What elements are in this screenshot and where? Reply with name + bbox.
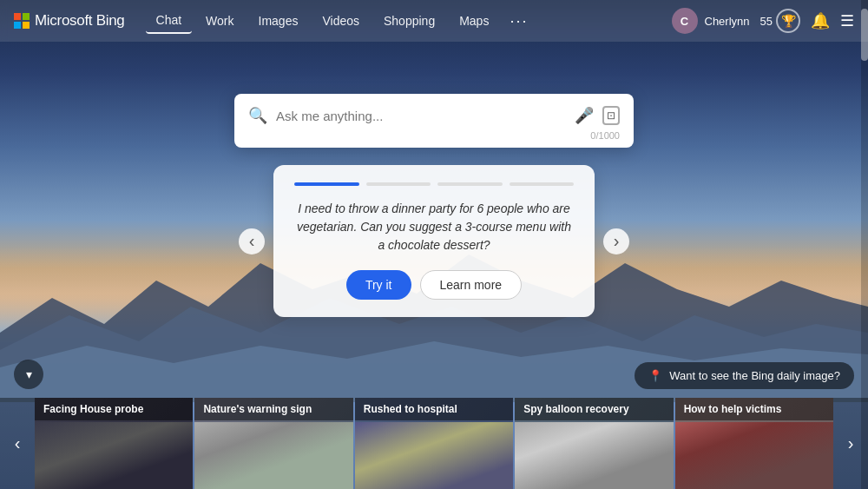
- news-card-3[interactable]: Rushed to hospital: [355, 398, 513, 489]
- news-cards: Facing House probe Nature's warning sign…: [35, 398, 833, 489]
- daily-image-banner[interactable]: 📍 Want to see the Bing daily image?: [635, 362, 854, 389]
- dot-1: [294, 182, 359, 186]
- news-prev-arrow[interactable]: ‹: [0, 398, 35, 489]
- dot-2: [366, 182, 431, 186]
- dot-4: [510, 182, 575, 186]
- scrollbar[interactable]: [861, 0, 868, 489]
- suggestion-text: I need to throw a dinner party for 6 peo…: [294, 200, 574, 254]
- search-input[interactable]: [276, 109, 566, 123]
- search-box: 🔍 🎤 ⊡ 0/1000: [234, 94, 634, 148]
- scrollbar-thumb[interactable]: [861, 9, 868, 61]
- suggestion-prev-arrow[interactable]: ‹: [239, 228, 265, 254]
- news-card-img-2: [194, 422, 352, 489]
- search-icon: 🔍: [248, 106, 267, 125]
- nav-maps[interactable]: Maps: [449, 9, 499, 33]
- search-container: 🔍 🎤 ⊡ 0/1000: [234, 94, 634, 148]
- location-pin-icon: 📍: [648, 369, 662, 382]
- news-card-img-3: [355, 422, 513, 489]
- brand-name: Microsoft Bing: [35, 12, 125, 30]
- daily-image-label: Want to see the Bing daily image?: [669, 369, 840, 382]
- news-card-label-5: How to help victims: [675, 398, 833, 420]
- nav-shopping[interactable]: Shopping: [373, 9, 445, 33]
- dot-3: [437, 182, 503, 186]
- news-card-2[interactable]: Nature's warning sign: [194, 398, 352, 489]
- microphone-icon[interactable]: 🎤: [575, 106, 594, 125]
- nav-right: C Cherlynn 55 🏆 🔔 ☰: [672, 8, 855, 34]
- ms-logo-blue: [14, 22, 21, 29]
- news-card-img-5: [675, 422, 833, 489]
- microsoft-logo: [14, 13, 30, 29]
- nav-videos[interactable]: Videos: [312, 9, 370, 33]
- menu-icon[interactable]: ☰: [840, 11, 854, 30]
- suggestion-dots: [294, 182, 574, 186]
- news-strip: ‹ Facing House probe Nature's warning si…: [0, 398, 868, 489]
- trophy-icon: 🏆: [776, 9, 800, 33]
- news-card-4[interactable]: Spy balloon recovery: [515, 398, 673, 489]
- scroll-down-button[interactable]: ▾: [14, 360, 43, 389]
- news-card-label-4: Spy balloon recovery: [515, 398, 673, 420]
- suggestion-card: ‹ › I need to throw a dinner party for 6…: [273, 165, 595, 317]
- news-card-1[interactable]: Facing House probe: [35, 398, 193, 489]
- news-card-img-4: [515, 422, 673, 489]
- news-card-5[interactable]: How to help victims: [675, 398, 833, 489]
- nav-links: Chat Work Images Videos Shopping Maps ··…: [146, 8, 665, 34]
- suggestion-next-arrow[interactable]: ›: [603, 228, 629, 254]
- navbar: Microsoft Bing Chat Work Images Videos S…: [0, 0, 868, 42]
- try-it-button[interactable]: Try it: [346, 270, 411, 300]
- logo-area[interactable]: Microsoft Bing: [14, 12, 125, 30]
- nav-work[interactable]: Work: [195, 9, 244, 33]
- avatar: C: [672, 8, 698, 34]
- learn-more-button[interactable]: Learn more: [420, 270, 523, 300]
- rewards-score: 55: [760, 15, 773, 28]
- user-profile[interactable]: C Cherlynn: [672, 8, 750, 34]
- camera-icon[interactable]: ⊡: [602, 106, 620, 125]
- news-card-img-1: [35, 422, 193, 489]
- suggestion-actions: Try it Learn more: [294, 270, 574, 300]
- nav-images[interactable]: Images: [248, 9, 309, 33]
- nav-more-button[interactable]: ···: [503, 9, 535, 34]
- news-card-label-2: Nature's warning sign: [194, 398, 352, 420]
- user-name: Cherlynn: [705, 15, 750, 28]
- ms-logo-yellow: [23, 22, 30, 29]
- search-input-row: 🔍 🎤 ⊡: [248, 106, 620, 125]
- news-card-label-1: Facing House probe: [35, 398, 193, 420]
- nav-chat[interactable]: Chat: [146, 8, 193, 34]
- rewards-badge[interactable]: 55 🏆: [760, 9, 800, 33]
- bell-icon[interactable]: 🔔: [811, 11, 830, 30]
- news-card-label-3: Rushed to hospital: [355, 398, 513, 420]
- ms-logo-red: [14, 13, 21, 20]
- search-counter: 0/1000: [248, 130, 620, 141]
- ms-logo-green: [23, 13, 30, 20]
